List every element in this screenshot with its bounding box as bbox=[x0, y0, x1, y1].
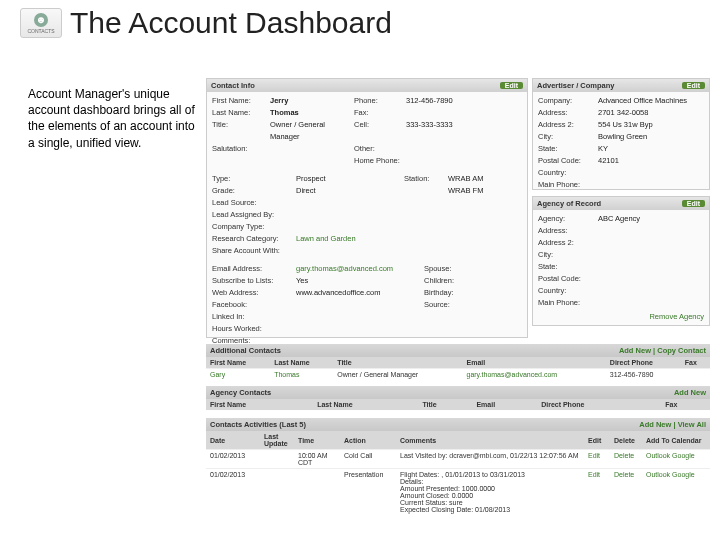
ag-city-label: City: bbox=[538, 249, 598, 261]
phone-label: Phone: bbox=[354, 95, 406, 107]
first-name-value: Jerry bbox=[270, 95, 354, 107]
edit-advertiser-button[interactable]: Edit bbox=[682, 82, 705, 89]
act-col-comments: Comments bbox=[396, 431, 584, 450]
act-comments-cell: Last Visited by: dcraver@mbi.com, 01/22/… bbox=[396, 450, 584, 469]
agency-contacts-table: First Name Last Name Title Email Direct … bbox=[206, 399, 710, 410]
copy-contact-link[interactable]: Copy Contact bbox=[657, 346, 706, 355]
activity-delete-link[interactable]: Delete bbox=[614, 471, 634, 478]
add-new-activity-link[interactable]: Add New bbox=[639, 420, 671, 429]
act-col-addcal: Add To Calendar bbox=[642, 431, 710, 450]
station-label: Station: bbox=[404, 173, 448, 185]
salutation-value bbox=[270, 143, 354, 155]
advertiser-heading: Advertiser / Company bbox=[537, 81, 615, 90]
ag-col-email: Email bbox=[472, 399, 537, 410]
addl-title-cell: Owner / General Manager bbox=[333, 369, 462, 381]
linkedin-value bbox=[296, 311, 424, 323]
company-label: Company: bbox=[538, 95, 598, 107]
adv-state-value: KY bbox=[598, 143, 704, 155]
act-lu-cell bbox=[260, 469, 294, 516]
act-time-cell: 10:00 AM CDT bbox=[294, 450, 340, 469]
title-value: Owner / General Manager bbox=[270, 119, 354, 143]
children-label: Children: bbox=[424, 275, 468, 287]
share-account-value bbox=[296, 245, 404, 257]
agency-label: Agency: bbox=[538, 213, 598, 225]
hours-label: Hours Worked: bbox=[212, 323, 296, 335]
ag-address2-label: Address 2: bbox=[538, 237, 598, 249]
ag-state-value bbox=[598, 261, 704, 273]
edit-agency-button[interactable]: Edit bbox=[682, 200, 705, 207]
activity-edit-link[interactable]: Edit bbox=[588, 452, 600, 459]
lead-source-value bbox=[296, 197, 404, 209]
web-value: www.advancedoffice.com bbox=[296, 287, 424, 299]
person-icon: ☻ bbox=[34, 13, 48, 27]
ag-col-ln: Last Name bbox=[313, 399, 418, 410]
intro-text: Account Manager's unique account dashboa… bbox=[28, 86, 198, 151]
agency-contacts-heading: Agency Contacts bbox=[210, 388, 271, 397]
act-col-date: Date bbox=[206, 431, 260, 450]
agency-value: ABC Agency bbox=[598, 213, 704, 225]
ag-country-value bbox=[598, 285, 704, 297]
table-row: Gary Thomas Owner / General Manager gary… bbox=[206, 369, 710, 381]
web-label: Web Address: bbox=[212, 287, 296, 299]
contact-info-heading: Contact Info bbox=[211, 81, 255, 90]
grade-label: Grade: bbox=[212, 185, 296, 197]
adv-mainphone-value bbox=[598, 179, 704, 191]
add-new-agency-contact-link[interactable]: Add New bbox=[674, 388, 706, 397]
email-link[interactable]: gary.thomas@advanced.com bbox=[296, 263, 424, 275]
other-value bbox=[406, 143, 522, 155]
act-date-cell: 01/02/2013 bbox=[206, 450, 260, 469]
research-category-label: Research Category: bbox=[212, 233, 296, 245]
adv-country-label: Country: bbox=[538, 167, 598, 179]
col-email: Email bbox=[463, 357, 606, 369]
adv-zip-value: 42101 bbox=[598, 155, 704, 167]
home-phone-value bbox=[406, 155, 522, 167]
adv-city-label: City: bbox=[538, 131, 598, 143]
ag-col-title: Title bbox=[418, 399, 472, 410]
ag-col-fax: Fax bbox=[661, 399, 710, 410]
station2-value: WRAB FM bbox=[448, 185, 522, 197]
table-row: 01/02/2013 10:00 AM CDT Cold Call Last V… bbox=[206, 450, 710, 469]
view-all-activities-link[interactable]: View All bbox=[678, 420, 706, 429]
type-label: Type: bbox=[212, 173, 296, 185]
research-category-link[interactable]: Lawn and Garden bbox=[296, 233, 404, 245]
edit-contact-button[interactable]: Edit bbox=[500, 82, 523, 89]
addl-email-link[interactable]: gary.thomas@advanced.com bbox=[467, 371, 558, 378]
act-time-cell bbox=[294, 469, 340, 516]
phone-value: 312-456-7890 bbox=[406, 95, 522, 107]
activity-google-link[interactable]: Google bbox=[672, 452, 695, 459]
activity-google-link[interactable]: Google bbox=[672, 471, 695, 478]
addl-phone-cell: 312-456-7890 bbox=[606, 369, 681, 381]
addl-ln-link[interactable]: Thomas bbox=[274, 371, 299, 378]
activity-outlook-link[interactable]: Outlook bbox=[646, 452, 670, 459]
source-label: Source: bbox=[424, 299, 468, 311]
act-col-lu: Last Update bbox=[260, 431, 294, 450]
agency-heading: Agency of Record bbox=[537, 199, 601, 208]
act-lu-cell bbox=[260, 450, 294, 469]
ag-address2-value bbox=[598, 237, 704, 249]
addl-contacts-heading: Additional Contacts bbox=[210, 346, 281, 355]
table-row: 01/02/2013 Presentation Flight Dates: , … bbox=[206, 469, 710, 516]
adv-mainphone-label: Main Phone: bbox=[538, 179, 598, 191]
lead-assigned-label: Lead Assigned By: bbox=[212, 209, 296, 221]
remove-agency-link[interactable]: Remove Agency bbox=[649, 312, 704, 321]
share-account-label: Share Account With: bbox=[212, 245, 296, 257]
page-title: The Account Dashboard bbox=[70, 6, 392, 40]
activity-delete-link[interactable]: Delete bbox=[614, 452, 634, 459]
addl-fn-link[interactable]: Gary bbox=[210, 371, 225, 378]
company-type-label: Company Type: bbox=[212, 221, 296, 233]
company-type-value bbox=[296, 221, 404, 233]
act-col-delete: Delete bbox=[610, 431, 642, 450]
facebook-value bbox=[296, 299, 424, 311]
ag-zip-label: Postal Code: bbox=[538, 273, 598, 285]
activity-outlook-link[interactable]: Outlook bbox=[646, 471, 670, 478]
adv-address-label: Address: bbox=[538, 107, 598, 119]
addl-fax-cell bbox=[681, 369, 710, 381]
activity-edit-link[interactable]: Edit bbox=[588, 471, 600, 478]
adv-city-value: Bowling Green bbox=[598, 131, 704, 143]
email-label: Email Address: bbox=[212, 263, 296, 275]
station1-value: WRAB AM bbox=[448, 173, 522, 185]
ag-address-label: Address: bbox=[538, 225, 598, 237]
hours-value bbox=[296, 323, 424, 335]
ag-state-label: State: bbox=[538, 261, 598, 273]
add-new-addl-contact-link[interactable]: Add New bbox=[619, 346, 651, 355]
